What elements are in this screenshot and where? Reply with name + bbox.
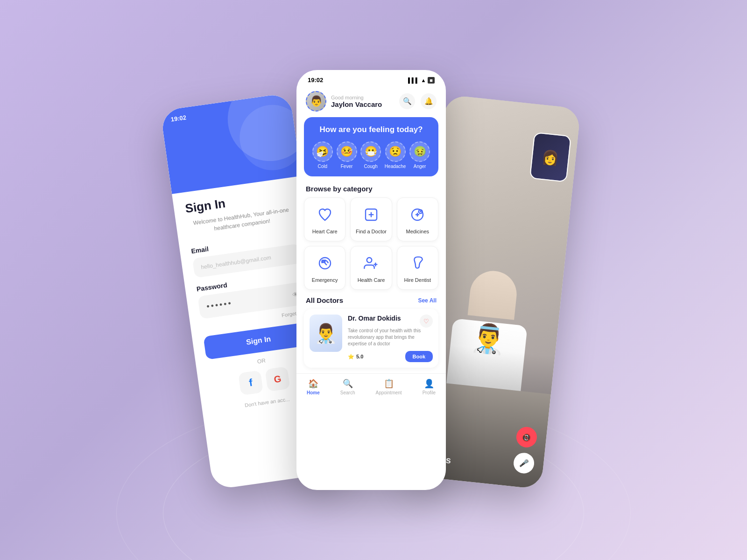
category-hire-dentist[interactable]: Hire Dentist xyxy=(397,246,438,290)
anger-label: Anger xyxy=(414,164,426,169)
mic-icon: 🎤 xyxy=(519,458,529,468)
symptom-anger[interactable]: 🤢 Anger xyxy=(409,141,430,169)
see-all-button[interactable]: See All xyxy=(418,297,437,304)
medicines-icon xyxy=(407,204,428,225)
doctor-rating: ⭐ 5.0 xyxy=(348,354,363,360)
star-icon: ⭐ xyxy=(348,354,354,360)
header-actions: 🔍 🔔 xyxy=(399,93,437,109)
medicines-label: Medicines xyxy=(406,229,430,234)
end-call-button[interactable]: 📵 xyxy=(515,426,538,448)
headache-label: Headache xyxy=(385,164,406,169)
category-heart-care[interactable]: Heart Care xyxy=(304,197,345,241)
svg-line-5 xyxy=(420,211,422,212)
fever-label: Fever xyxy=(341,164,353,169)
user-name: Jaylon Vaccaro xyxy=(331,100,382,108)
home-nav-icon: 🏠 xyxy=(308,378,318,389)
anger-emoji: 🤢 xyxy=(409,141,430,162)
rating-value: 5.0 xyxy=(356,354,363,359)
headache-emoji: 😟 xyxy=(385,141,406,162)
category-emergency[interactable]: Emergency xyxy=(304,246,345,290)
category-medicines[interactable]: Medicines xyxy=(397,197,438,241)
password-dots: •••••• xyxy=(206,298,233,312)
home-header: 👨 Good morning Jaylon Vaccaro 🔍 🔔 xyxy=(296,87,446,117)
heart-care-label: Heart Care xyxy=(312,229,338,234)
feeling-question: How are you feeling today? xyxy=(310,125,432,135)
email-placeholder: hello_healthhub@gmail.com xyxy=(201,254,272,271)
facebook-icon: f xyxy=(248,377,254,389)
find-doctor-icon xyxy=(361,204,381,225)
appointment-nav-label: Appointment xyxy=(375,390,402,395)
middle-time: 19:02 xyxy=(308,77,323,84)
doctors-section-title: All Doctors xyxy=(306,296,343,304)
cold-label: Cold xyxy=(318,164,328,169)
fever-emoji: 🤒 xyxy=(337,141,357,162)
signin-header: 19:02 xyxy=(160,93,301,194)
svg-point-8 xyxy=(367,258,372,263)
appointment-nav-icon: 📋 xyxy=(384,378,394,389)
emergency-label: Emergency xyxy=(312,277,338,283)
search-icon: 🔍 xyxy=(403,97,412,105)
nav-appointment[interactable]: 📋 Appointment xyxy=(375,378,402,395)
mute-button[interactable]: 🎤 xyxy=(513,452,535,474)
bottom-navigation: 🏠 Home 🔍 Search 📋 Appointment 👤 Profile xyxy=(296,373,446,402)
symptom-fever[interactable]: 🤒 Fever xyxy=(337,141,357,169)
home-nav-label: Home xyxy=(307,390,320,395)
search-button[interactable]: 🔍 xyxy=(399,93,415,109)
status-icons: ▌▌▌ ▲ ■ xyxy=(408,77,435,84)
category-find-doctor[interactable]: Find a Doctor xyxy=(350,197,392,241)
health-care-label: Health Care xyxy=(358,277,385,283)
nav-home[interactable]: 🏠 Home xyxy=(307,378,320,395)
cough-emoji: 😷 xyxy=(360,141,381,162)
signal-icon: ▌▌▌ xyxy=(408,77,419,83)
health-care-icon xyxy=(361,253,381,273)
favorite-button[interactable]: ♡ xyxy=(420,315,433,328)
middle-status-bar: 19:02 ▌▌▌ ▲ ■ xyxy=(296,70,446,87)
book-button[interactable]: Book xyxy=(405,351,433,362)
doctor-description: Take control of your health with this re… xyxy=(348,328,433,347)
profile-nav-icon: 👤 xyxy=(424,378,434,389)
patient-video-feed: 👩 xyxy=(529,132,571,182)
search-nav-label: Search xyxy=(340,390,355,395)
google-button[interactable]: G xyxy=(265,366,290,392)
doctors-list: 👨‍⚕️ Dr. Omar Dokidis ♡ Take control of … xyxy=(296,309,446,368)
category-grid: Heart Care Find a Doctor Medicines xyxy=(296,197,446,294)
symptom-row: 🤧 Cold 🤒 Fever 😷 Cough 😟 Headache 🤢 xyxy=(310,141,432,169)
doctor-name: Dr. Omar Dokidis xyxy=(348,315,401,322)
nav-profile[interactable]: 👤 Profile xyxy=(423,378,436,395)
user-avatar[interactable]: 👨 xyxy=(306,91,326,112)
greeting-text: Good morning xyxy=(331,95,382,100)
facebook-button[interactable]: f xyxy=(238,370,263,395)
notification-button[interactable]: 🔔 xyxy=(421,93,437,109)
doctor-avatar: 👨‍⚕️ xyxy=(310,315,342,352)
cough-label: Cough xyxy=(364,164,377,169)
feeling-banner: How are you feeling today? 🤧 Cold 🤒 Feve… xyxy=(304,117,438,176)
wifi-icon: ▲ xyxy=(421,77,426,83)
bell-icon: 🔔 xyxy=(424,97,433,105)
find-doctor-label: Find a Doctor xyxy=(356,229,387,234)
hire-dentist-icon xyxy=(407,253,428,273)
doctor-info: Dr. Omar Dokidis ♡ Take control of your … xyxy=(348,315,433,362)
end-call-icon: 📵 xyxy=(521,432,532,442)
nav-search[interactable]: 🔍 Search xyxy=(340,378,355,395)
left-status-time: 19:02 xyxy=(170,114,187,123)
profile-nav-label: Profile xyxy=(423,390,436,395)
emergency-icon xyxy=(315,253,335,273)
doctor-card: 👨‍⚕️ Dr. Omar Dokidis ♡ Take control of … xyxy=(304,309,438,368)
home-phone: 19:02 ▌▌▌ ▲ ■ 👨 Good morning Jaylon Vacc… xyxy=(296,70,446,490)
heart-care-icon xyxy=(315,204,335,225)
search-nav-icon: 🔍 xyxy=(343,378,353,389)
cold-emoji: 🤧 xyxy=(312,141,333,162)
doctors-section-header: All Doctors See All xyxy=(296,294,446,309)
phones-container: 19:02 Sign In Welcome to HealthHub, Your… xyxy=(166,70,581,490)
category-section-header: Browse by category xyxy=(296,183,446,197)
google-icon: G xyxy=(273,373,282,385)
user-info: Good morning Jaylon Vaccaro xyxy=(331,95,382,108)
category-section-title: Browse by category xyxy=(306,185,373,193)
symptom-cold[interactable]: 🤧 Cold xyxy=(312,141,333,169)
battery-icon: ■ xyxy=(428,77,435,84)
symptom-cough[interactable]: 😷 Cough xyxy=(360,141,381,169)
symptom-headache[interactable]: 😟 Headache xyxy=(385,141,406,169)
category-health-care[interactable]: Health Care xyxy=(350,246,392,290)
hire-dentist-label: Hire Dentist xyxy=(404,277,431,283)
